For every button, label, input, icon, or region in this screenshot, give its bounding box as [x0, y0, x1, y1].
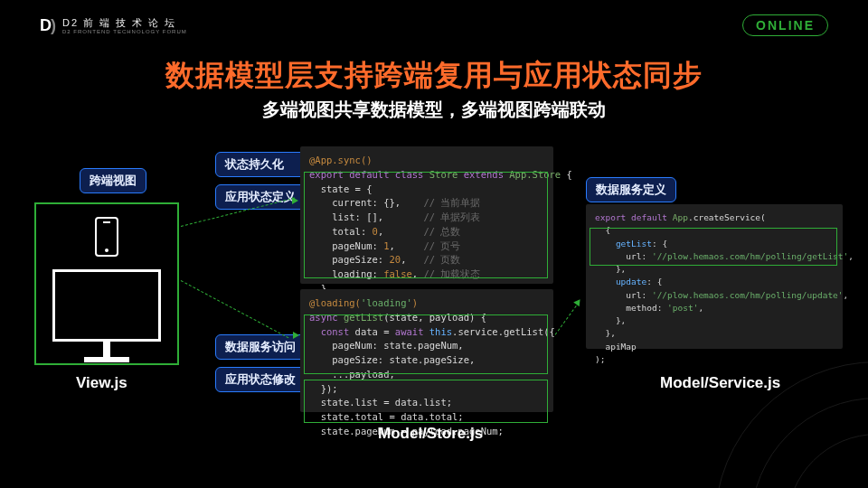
store-code-top: @App.sync() export default class Store e… — [300, 146, 553, 284]
view-column: 跨端视图 — [34, 172, 179, 365]
logo-sub-text: D2 FRONTEND TECHNOLOGY FORUM — [62, 29, 187, 34]
phone-icon — [95, 217, 118, 257]
store-label: Model/Store.js — [378, 425, 483, 443]
store-tags-bottom: 数据服务访问 应用状态修改 — [215, 334, 306, 392]
tag-persist: 状态持久化 — [215, 152, 306, 177]
store-code-bottom: @loading('loading') async getList(state,… — [300, 289, 553, 412]
logo-mark: D) — [40, 16, 55, 35]
online-badge: ONLINE — [742, 14, 828, 36]
service-label: Model/Service.js — [660, 374, 780, 392]
slide-subhead: 多端视图共享数据模型，多端视图跨端联动 — [0, 98, 868, 122]
logo: D) D2 前 端 技 术 论 坛 D2 FRONTEND TECHNOLOGY… — [40, 16, 187, 35]
monitor-icon — [52, 269, 161, 342]
arrow-icon — [292, 197, 298, 204]
service-code: export default App.createService( { getL… — [586, 204, 843, 349]
slide-headline: 数据模型层支持跨端复用与应用状态同步 — [0, 56, 868, 96]
tag-service-access: 数据服务访问 — [215, 334, 306, 360]
arrow-icon — [293, 332, 299, 339]
view-label: View.js — [76, 374, 127, 392]
logo-main-text: D2 前 端 技 术 论 坛 — [62, 17, 187, 28]
tag-cross-view: 跨端视图 — [80, 168, 146, 193]
tag-state-mutate: 应用状态修改 — [215, 367, 306, 392]
tag-service-def: 数据服务定义 — [586, 177, 676, 202]
connector — [181, 280, 289, 338]
connector — [555, 302, 580, 335]
devices-box — [34, 202, 179, 365]
